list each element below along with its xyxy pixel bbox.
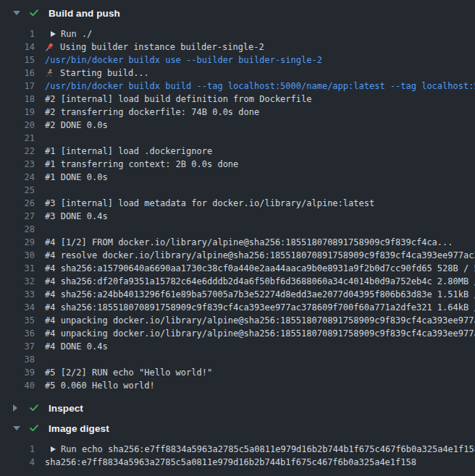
log-text: #4 unpacking docker.io/library/alpine@sh… (45, 327, 475, 340)
log-body-build-and-push: 1Run ./14Using builder instance builder-… (0, 23, 475, 398)
line-number[interactable]: 32 (0, 275, 35, 288)
line-number[interactable]: 19 (0, 106, 35, 119)
log-line[interactable]: 18#2 [internal] load build definition fr… (0, 93, 475, 106)
log-line[interactable]: 20#2 DONE 0.0s (0, 119, 475, 132)
log-text: #2 DONE 0.0s (45, 119, 108, 132)
log-line[interactable]: 16Starting build... (0, 67, 475, 80)
line-number[interactable]: 4 (0, 456, 35, 469)
section-header-build-and-push[interactable]: Build and push (0, 3, 475, 23)
section-title: Image digest (49, 423, 109, 434)
line-number[interactable]: 18 (0, 93, 35, 106)
log-text: /usr/bin/docker buildx build --tag local… (45, 80, 475, 93)
line-number[interactable]: 24 (0, 171, 35, 184)
line-number[interactable]: 22 (0, 145, 35, 158)
log-text: #4 sha256:a24bb4013296f61e89ba57005a7b3e… (45, 288, 475, 301)
line-number[interactable]: 30 (0, 249, 35, 262)
log-line[interactable]: 28 (0, 223, 475, 236)
log-text: #4 resolve docker.io/library/alpine@sha2… (45, 249, 475, 262)
line-number[interactable]: 1 (0, 27, 35, 41)
log-line[interactable]: 33#4 sha256:a24bb4013296f61e89ba57005a7b… (0, 288, 475, 301)
line-number[interactable]: 27 (0, 210, 35, 223)
log-line[interactable]: 29#4 [1/2] FROM docker.io/library/alpine… (0, 236, 475, 249)
line-number[interactable]: 1 (0, 443, 35, 456)
line-number[interactable]: 36 (0, 327, 35, 340)
log-line[interactable]: 23#1 transferring context: 2B 0.0s done (0, 158, 475, 171)
check-icon (29, 403, 39, 413)
line-number[interactable]: 35 (0, 314, 35, 327)
log-text: #4 sha256:185518070891758909c9f839cf4ca3… (45, 301, 475, 314)
log-line[interactable]: 31#4 sha256:a15790640a6690aa1730c38cf0a4… (0, 262, 475, 275)
log-line[interactable]: 38 (0, 353, 475, 366)
log-text: #1 [internal] load .dockerignore (45, 145, 212, 158)
log-text: Using builder instance builder-single-2 (45, 41, 264, 54)
line-number[interactable]: 31 (0, 262, 35, 275)
line-number[interactable]: 40 (0, 379, 35, 392)
line-number[interactable]: 25 (0, 184, 35, 197)
log-line[interactable]: 24#1 DONE 0.0s (0, 171, 475, 184)
workflow-log-viewer: Build and push 1Run ./14Using builder in… (0, 0, 475, 476)
check-icon (29, 8, 39, 18)
runner-icon (45, 69, 54, 78)
log-text: #2 transferring dockerfile: 74B 0.0s don… (45, 106, 259, 119)
log-text: #4 sha256:df20fa9351a15782c64e6dddb2d4a6… (45, 275, 475, 288)
log-line[interactable]: 21 (0, 132, 475, 145)
log-line[interactable]: 4sha256:e7ff8834a5963a2785c5a0811e979d16… (0, 456, 475, 469)
line-number[interactable]: 23 (0, 158, 35, 171)
log-text: #3 DONE 0.4s (45, 210, 108, 223)
line-number[interactable]: 38 (0, 353, 35, 366)
log-text: #4 [1/2] FROM docker.io/library/alpine@s… (45, 236, 453, 249)
line-number[interactable]: 14 (0, 41, 35, 54)
line-number[interactable]: 17 (0, 80, 35, 93)
line-number[interactable]: 33 (0, 288, 35, 301)
expand-group-icon[interactable] (51, 446, 56, 452)
check-icon (29, 423, 39, 433)
line-number[interactable]: 37 (0, 340, 35, 353)
line-number[interactable]: 34 (0, 301, 35, 314)
line-number[interactable]: 20 (0, 119, 35, 132)
line-number[interactable]: 15 (0, 54, 35, 67)
log-line[interactable]: 15/usr/bin/docker buildx use --builder b… (0, 54, 475, 67)
log-line[interactable]: 37#4 DONE 0.4s (0, 340, 475, 353)
line-number[interactable]: 21 (0, 132, 35, 145)
section-header-image-digest[interactable]: Image digest (0, 418, 475, 438)
chevron-down-icon[interactable] (13, 426, 20, 430)
line-number[interactable]: 29 (0, 236, 35, 249)
log-text: #3 [internal] load metadata for docker.i… (45, 197, 374, 210)
log-line[interactable]: 17/usr/bin/docker buildx build --tag loc… (0, 80, 475, 93)
log-line[interactable]: 19#2 transferring dockerfile: 74B 0.0s d… (0, 106, 475, 119)
log-line[interactable]: 26#3 [internal] load metadata for docker… (0, 197, 475, 210)
log-line[interactable]: 34#4 sha256:185518070891758909c9f839cf4c… (0, 301, 475, 314)
pushpin-icon (45, 43, 54, 52)
log-line[interactable]: 35#4 unpacking docker.io/library/alpine@… (0, 314, 475, 327)
line-number[interactable]: 26 (0, 197, 35, 210)
chevron-down-icon[interactable] (13, 11, 20, 15)
log-line[interactable]: 40#5 0.060 Hello world! (0, 379, 475, 392)
log-text: Run ./ (45, 27, 92, 41)
log-line[interactable]: 27#3 DONE 0.4s (0, 210, 475, 223)
log-text: #1 transferring context: 2B 0.0s done (45, 158, 238, 171)
log-line[interactable]: 1Run echo sha256:e7ff8834a5963a2785c5a08… (0, 443, 475, 456)
log-text: #1 DONE 0.0s (45, 171, 108, 184)
log-line[interactable]: 32#4 sha256:df20fa9351a15782c64e6dddb2d4… (0, 275, 475, 288)
section-title: Inspect (49, 403, 83, 414)
log-text: #4 sha256:a15790640a6690aa1730c38cf0a440… (45, 262, 475, 275)
line-number[interactable]: 28 (0, 223, 35, 236)
line-number[interactable]: 39 (0, 366, 35, 379)
log-text: sha256:e7ff8834a5963a2785c5a0811e979d16b… (45, 456, 416, 469)
log-text: Starting build... (45, 67, 149, 80)
line-number[interactable]: 16 (0, 67, 35, 80)
chevron-right-icon[interactable] (13, 404, 20, 412)
log-line[interactable]: 30#4 resolve docker.io/library/alpine@sh… (0, 249, 475, 262)
log-line[interactable]: 22#1 [internal] load .dockerignore (0, 145, 475, 158)
log-text: #4 unpacking docker.io/library/alpine@sh… (45, 314, 475, 327)
log-body-image-digest: 1Run echo sha256:e7ff8834a5963a2785c5a08… (0, 438, 475, 475)
expand-group-icon[interactable] (51, 31, 56, 37)
log-line[interactable]: 39#5 [2/2] RUN echo "Hello world!" (0, 366, 475, 379)
log-line[interactable]: 25 (0, 184, 475, 197)
log-text: #5 0.060 Hello world! (45, 379, 155, 392)
log-text: Run echo sha256:e7ff8834a5963a2785c5a081… (45, 443, 475, 456)
section-header-inspect[interactable]: Inspect (0, 398, 475, 418)
log-line[interactable]: 14Using builder instance builder-single-… (0, 41, 475, 54)
log-line[interactable]: 36#4 unpacking docker.io/library/alpine@… (0, 327, 475, 340)
log-line[interactable]: 1Run ./ (0, 27, 475, 41)
